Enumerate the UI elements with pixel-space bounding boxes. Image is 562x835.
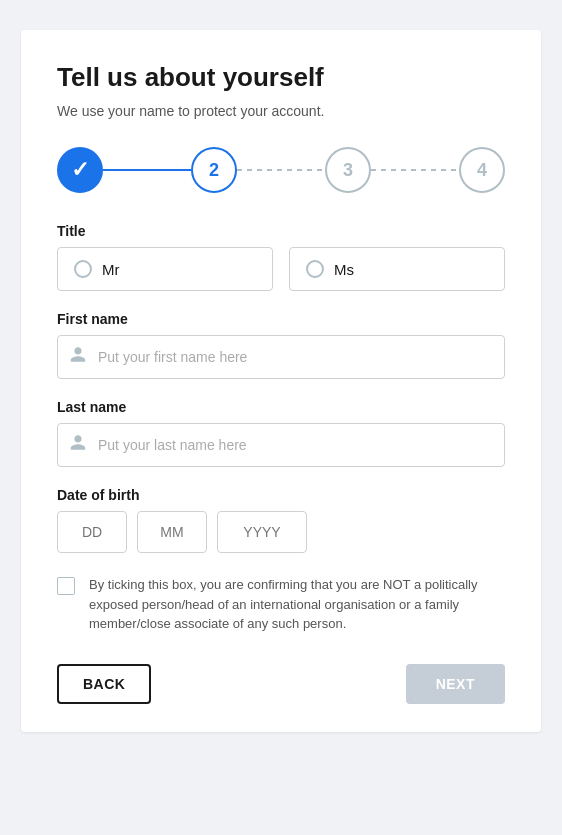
stepper: ✓ 2 3 4 xyxy=(57,147,505,193)
first-name-wrapper xyxy=(57,335,505,379)
step-3-label: 3 xyxy=(343,160,353,181)
title-mr-label: Mr xyxy=(102,261,120,278)
first-name-input[interactable] xyxy=(57,335,505,379)
step-line-1-2 xyxy=(103,169,191,171)
pep-checkbox-text: By ticking this box, you are confirming … xyxy=(89,575,505,634)
title-label: Title xyxy=(57,223,505,239)
dob-section: Date of birth xyxy=(57,487,505,553)
main-card: Tell us about yourself We use your name … xyxy=(21,30,541,732)
dob-dd-input[interactable] xyxy=(57,511,127,553)
step-2-label: 2 xyxy=(209,160,219,181)
step-3: 3 xyxy=(325,147,371,193)
last-name-section: Last name xyxy=(57,399,505,467)
first-name-label: First name xyxy=(57,311,505,327)
pep-checkbox-area: By ticking this box, you are confirming … xyxy=(57,575,505,634)
dob-label: Date of birth xyxy=(57,487,505,503)
title-options: Mr Ms xyxy=(57,247,505,291)
dob-yyyy-input[interactable] xyxy=(217,511,307,553)
step-line-3-4 xyxy=(371,169,459,171)
pep-checkbox[interactable] xyxy=(57,577,75,595)
step-2: 2 xyxy=(191,147,237,193)
last-name-icon xyxy=(69,434,87,457)
title-ms-option[interactable]: Ms xyxy=(289,247,505,291)
step-line-2-3 xyxy=(237,169,325,171)
first-name-section: First name xyxy=(57,311,505,379)
dob-group xyxy=(57,511,505,553)
back-button[interactable]: BACK xyxy=(57,664,151,704)
step-4-label: 4 xyxy=(477,160,487,181)
step-1-checkmark: ✓ xyxy=(71,157,89,183)
last-name-wrapper xyxy=(57,423,505,467)
title-section: Title Mr Ms xyxy=(57,223,505,291)
title-mr-radio[interactable] xyxy=(74,260,92,278)
title-mr-option[interactable]: Mr xyxy=(57,247,273,291)
page-title: Tell us about yourself xyxy=(57,62,505,93)
next-button[interactable]: NEXT xyxy=(406,664,505,704)
first-name-icon xyxy=(69,346,87,369)
last-name-input[interactable] xyxy=(57,423,505,467)
step-4: 4 xyxy=(459,147,505,193)
page-subtitle: We use your name to protect your account… xyxy=(57,103,505,119)
last-name-label: Last name xyxy=(57,399,505,415)
step-1: ✓ xyxy=(57,147,103,193)
button-row: BACK NEXT xyxy=(57,664,505,704)
dob-mm-input[interactable] xyxy=(137,511,207,553)
title-ms-label: Ms xyxy=(334,261,354,278)
title-ms-radio[interactable] xyxy=(306,260,324,278)
